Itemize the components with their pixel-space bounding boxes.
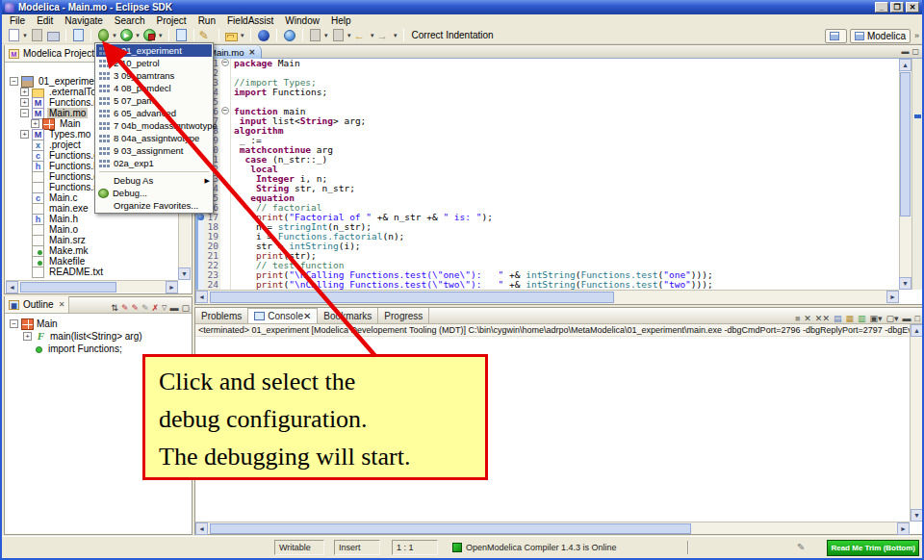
edit-trim-icon[interactable]: ✎	[797, 542, 805, 552]
chevron-down-icon[interactable]: ▼	[393, 33, 398, 38]
chevron-down-icon[interactable]: ▼	[158, 33, 164, 38]
clear-console-icon[interactable]: ▤	[834, 314, 842, 323]
menu-navigate[interactable]: Navigate	[59, 15, 108, 26]
collapse-icon[interactable]: −	[10, 77, 18, 86]
scroll-up-icon[interactable]: ▲	[911, 324, 923, 337]
tab-bookmarks[interactable]: Bookmarks	[318, 308, 378, 323]
outline-item-main[interactable]: − Main	[10, 318, 191, 330]
tree-item-main-srz[interactable]: Main.srz	[6, 235, 178, 245]
debug-config-item[interactable]: 9 03_assignment	[96, 144, 212, 157]
menu-search[interactable]: Search	[109, 15, 151, 26]
hide-static-icon[interactable]: ✎	[131, 303, 139, 313]
debug-config-item[interactable]: 2 10_petrol	[96, 57, 212, 69]
chevron-down-icon[interactable]: ▼	[240, 33, 245, 38]
external-tools-doc-button[interactable]	[70, 28, 87, 43]
expand-icon[interactable]: +	[31, 119, 39, 128]
annotation-ruler[interactable]	[195, 232, 204, 242]
scroll-lock-icon[interactable]: ▦	[845, 314, 854, 323]
next-annotation-button[interactable]: ▼	[307, 28, 330, 43]
debug-config-item[interactable]: 1 01_experiment	[96, 44, 212, 57]
sort-icon[interactable]: ⇅	[111, 303, 118, 313]
outline-item-function-main[interactable]: + main(list<String> arg)	[10, 330, 191, 343]
display-console-icon[interactable]: ▣▾	[870, 314, 883, 323]
menu-fieldassist[interactable]: FieldAssist	[221, 15, 279, 26]
menu-window[interactable]: Window	[279, 15, 325, 26]
annotation-ruler[interactable]	[195, 251, 204, 261]
collapse-icon[interactable]: −	[10, 319, 18, 328]
menu-project[interactable]: Project	[151, 15, 192, 26]
close-icon[interactable]: ✕	[59, 300, 65, 309]
debug-config-item[interactable]: 3 09_pamtrans	[96, 69, 212, 82]
back-button[interactable]: ←▼	[353, 28, 376, 43]
perspective-overflow-chevron[interactable]: »	[914, 31, 919, 40]
scroll-left-icon[interactable]: ◄	[6, 281, 18, 293]
minimize-view-icon[interactable]: ▬	[901, 47, 909, 56]
minimize-view-icon[interactable]: ▬	[169, 303, 178, 313]
save-button[interactable]	[29, 28, 45, 43]
collapse-icon[interactable]: −	[221, 59, 229, 66]
scroll-down-icon[interactable]: ▼	[178, 267, 191, 280]
debug-config-item[interactable]: 5 07_pam	[96, 94, 212, 107]
menu-file[interactable]: File	[4, 15, 31, 26]
debug-config-item[interactable]: 4 08_pamdecl	[96, 82, 212, 94]
menu-item-organize-favorites[interactable]: Organize Favorites...	[96, 199, 212, 212]
minimize-view-icon[interactable]: ▬	[903, 314, 911, 323]
maximize-view-icon[interactable]: ▢	[911, 47, 919, 56]
remove-launch-icon[interactable]: ✕	[804, 314, 811, 323]
clipboard-button[interactable]	[173, 28, 190, 43]
annotation-ruler[interactable]	[195, 222, 204, 232]
tree-item-main-o[interactable]: Main.o	[6, 224, 178, 235]
scroll-down-icon[interactable]: ▼	[911, 509, 923, 522]
search-button[interactable]: ✎	[198, 28, 215, 43]
close-icon[interactable]: ✕	[303, 311, 311, 321]
scrollbar-thumb[interactable]	[210, 523, 691, 534]
maximize-view-icon[interactable]: □	[915, 314, 920, 323]
open-perspective-button[interactable]	[825, 29, 847, 43]
annotation-ruler[interactable]	[195, 270, 204, 280]
chevron-down-icon[interactable]: ▼	[370, 33, 375, 38]
scroll-down-icon[interactable]: ▼	[899, 277, 911, 290]
scroll-right-icon[interactable]: ►	[886, 291, 899, 303]
tree-item-makefile[interactable]: Makefile	[6, 256, 178, 267]
console-vertical-scrollbar[interactable]: ▲ ▼	[910, 324, 923, 522]
scrollbar-thumb[interactable]	[20, 282, 116, 293]
scroll-left-icon[interactable]: ◄	[195, 291, 208, 303]
open-resource-button[interactable]: ▼	[223, 28, 246, 43]
collapse-icon[interactable]: −	[221, 107, 229, 115]
console-horizontal-scrollbar[interactable]: ◄ ►	[195, 522, 910, 534]
annotation-ruler[interactable]	[195, 213, 204, 222]
run-button[interactable]: ▶▼	[118, 28, 141, 43]
tab-problems[interactable]: Problems	[195, 308, 248, 323]
tab-progress[interactable]: Progress	[378, 308, 429, 323]
scroll-left-icon[interactable]: ◄	[195, 522, 208, 535]
debug-config-item[interactable]: 7 04b_modassigntwotype	[96, 119, 212, 132]
chevron-down-icon[interactable]: ▼	[346, 33, 352, 38]
run-external-tools-button[interactable]: ▼	[141, 28, 165, 43]
new-button[interactable]: ▼	[6, 28, 29, 43]
sphere-button[interactable]	[255, 28, 272, 43]
menu-help[interactable]: Help	[325, 15, 357, 26]
scrollbar-thumb[interactable]	[210, 292, 614, 303]
annotation-ruler[interactable]	[195, 280, 204, 290]
editor-vertical-scrollbar[interactable]: ▲ ▼	[899, 59, 911, 290]
hide-fields-icon[interactable]: ✎	[121, 303, 129, 313]
chevron-down-icon[interactable]: ▼	[323, 33, 329, 38]
debug-config-item[interactable]: 02a_exp1	[96, 157, 212, 169]
tree-item-make-mk[interactable]: Make.mk	[6, 245, 178, 256]
editor-horizontal-scrollbar[interactable]: ◄ ►	[195, 290, 899, 304]
pin-console-icon[interactable]: ▥	[858, 314, 866, 323]
menu-run[interactable]: Run	[192, 15, 221, 26]
expand-icon[interactable]: +	[20, 88, 29, 96]
view-menu-icon[interactable]: ▽	[162, 304, 167, 312]
collapse-icon[interactable]: −	[20, 109, 29, 117]
annotation-ruler[interactable]	[195, 242, 204, 251]
overview-ruler[interactable]	[911, 59, 923, 290]
tree-item-main-h[interactable]: Main.h	[6, 214, 178, 224]
restore-button[interactable]: ❐	[890, 2, 904, 13]
scroll-up-icon[interactable]: ▲	[899, 59, 911, 71]
debug-config-item[interactable]: 6 05_advanced	[96, 107, 212, 119]
perspective-modelica-button[interactable]: Modelica	[850, 29, 911, 43]
expand-icon[interactable]: +	[20, 130, 29, 139]
tab-console[interactable]: Console✕	[248, 308, 318, 323]
minimize-button[interactable]: _	[875, 2, 888, 13]
